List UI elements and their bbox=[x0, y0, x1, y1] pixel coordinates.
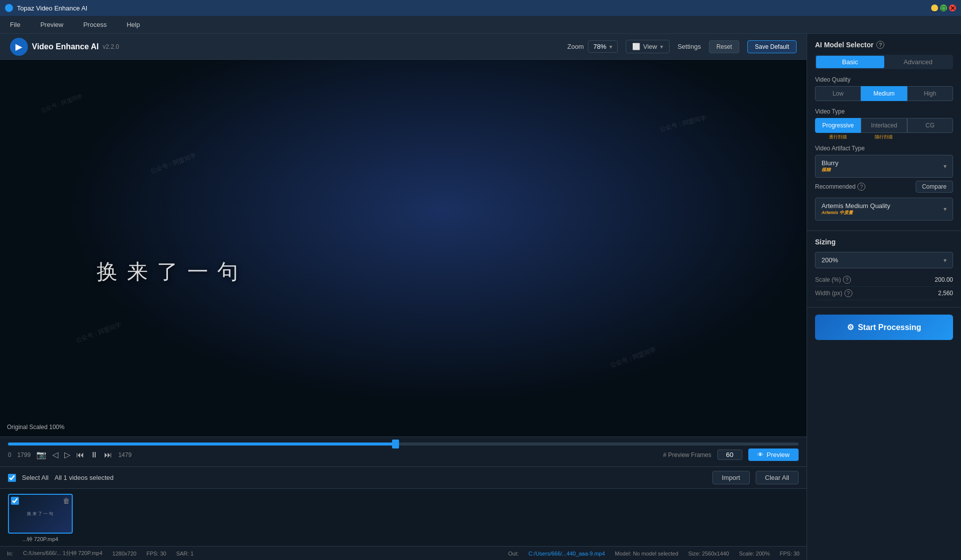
capture-frame-button[interactable]: 📷 bbox=[36, 451, 46, 459]
preview-label: Preview bbox=[767, 451, 790, 458]
reset-button[interactable]: Reset bbox=[709, 40, 739, 53]
current-frame: 1479 bbox=[118, 451, 132, 458]
preview-frames-label: # Preview Frames bbox=[663, 451, 711, 458]
status-out-scale: Scale: 200% bbox=[739, 551, 770, 557]
title-bar-text: Topaz Video Enhance AI bbox=[17, 4, 87, 12]
sizing-scale-row: Scale (%) ? 200.00 bbox=[815, 273, 953, 287]
timeline-track[interactable] bbox=[8, 443, 799, 446]
start-processing-button[interactable]: ⚙ Start Processing bbox=[815, 315, 953, 340]
save-default-button[interactable]: Save Default bbox=[747, 40, 797, 53]
set-in-point-button[interactable]: ◁ bbox=[52, 451, 58, 459]
timeline-progress bbox=[8, 443, 396, 446]
status-in-label: In: bbox=[7, 551, 13, 557]
app-icon bbox=[5, 4, 13, 12]
compare-button[interactable]: Compare bbox=[916, 181, 953, 193]
vt-cg[interactable]: CG bbox=[907, 118, 953, 133]
status-resolution: 1280x720 bbox=[113, 551, 137, 557]
recommended-selected-sub: Artemis 中质量 bbox=[822, 210, 890, 216]
video-type-label: Video Type bbox=[815, 108, 953, 115]
timeline-area: 0 1799 📷 ◁ ▷ ⏮ ⏸ ⏭ 1479 # Preview Frames… bbox=[0, 437, 807, 466]
maximize-button[interactable]: □ bbox=[940, 4, 947, 11]
step-forward-button[interactable]: ⏭ bbox=[104, 451, 112, 459]
vt-interlaced[interactable]: Interlaced 隔行扫描 bbox=[861, 118, 907, 133]
vt-progressive[interactable]: Progressive 逐行扫描 bbox=[815, 118, 861, 133]
vt-progressive-sub: 逐行扫描 bbox=[829, 134, 847, 140]
sizing-selected: 200% bbox=[822, 256, 838, 264]
close-button[interactable]: ✕ bbox=[949, 4, 956, 11]
scale-label: Scale (%) bbox=[815, 276, 841, 283]
sizing-section: Sizing 200% ▾ Scale (%) ? 200.00 Width (… bbox=[807, 231, 961, 308]
file-list-header: Select All All 1 videos selected Import … bbox=[0, 467, 807, 489]
menu-file[interactable]: File bbox=[5, 19, 25, 30]
top-toolbar: ▶ Video Enhance AI v2.2.0 Zoom 78% ▾ ⬜ V… bbox=[0, 34, 807, 60]
width-help-icon[interactable]: ? bbox=[844, 289, 852, 297]
clear-all-button[interactable]: Clear All bbox=[756, 471, 799, 484]
app-title: Video Enhance AI bbox=[32, 42, 99, 51]
file-checkbox[interactable] bbox=[11, 497, 19, 505]
video-artifact-label: Video Artifact Type bbox=[815, 145, 953, 152]
sizing-dropdown[interactable]: 200% ▾ bbox=[815, 252, 953, 268]
video-artifact-dropdown[interactable]: Blurry 模糊 ▾ bbox=[815, 155, 953, 178]
set-out-point-button[interactable]: ▷ bbox=[64, 451, 70, 459]
start-processing-label: Start Processing bbox=[858, 323, 921, 332]
video-type-buttons: Progressive 逐行扫描 Interlaced 隔行扫描 CG bbox=[815, 118, 953, 133]
view-label: View bbox=[643, 43, 657, 50]
video-background bbox=[0, 60, 807, 437]
tab-advanced[interactable]: Advanced bbox=[884, 56, 953, 68]
status-out-fps: FPS: 30 bbox=[780, 551, 800, 557]
menu-process[interactable]: Process bbox=[78, 19, 112, 30]
settings-label[interactable]: Settings bbox=[678, 43, 701, 50]
artifact-selected: Blurry bbox=[822, 159, 838, 167]
zoom-control: Zoom 78% ▾ bbox=[567, 40, 618, 53]
pause-button[interactable]: ⏸ bbox=[90, 451, 98, 459]
view-square-icon: ⬜ bbox=[632, 43, 640, 50]
vt-interlaced-sub: 隔行扫描 bbox=[875, 134, 893, 140]
status-out-resolution: Size: 2560x1440 bbox=[688, 551, 729, 557]
timeline-thumb[interactable] bbox=[392, 440, 399, 448]
timeline-controls: 0 1799 📷 ◁ ▷ ⏮ ⏸ ⏭ 1479 # Preview Frames… bbox=[0, 446, 807, 461]
view-button[interactable]: ⬜ View ▾ bbox=[626, 40, 670, 53]
recommended-row: Recommended ? Compare bbox=[815, 181, 953, 193]
file-delete-icon[interactable]: 🗑 bbox=[63, 497, 70, 505]
status-bar: In: C:/Users/666/... 1分钟 720P.mp4 1280x7… bbox=[0, 546, 807, 560]
quality-medium[interactable]: Medium bbox=[861, 86, 907, 101]
quality-high[interactable]: High bbox=[907, 86, 953, 101]
file-thumbnail: 换来了一句 🗑 bbox=[8, 494, 73, 534]
scale-value: 200.00 bbox=[935, 276, 953, 283]
select-all-checkbox[interactable] bbox=[8, 474, 16, 482]
left-panel: ▶ Video Enhance AI v2.2.0 Zoom 78% ▾ ⬜ V… bbox=[0, 34, 807, 560]
quality-low[interactable]: Low bbox=[815, 86, 861, 101]
tab-basic[interactable]: Basic bbox=[816, 56, 884, 68]
width-value: 2,560 bbox=[938, 290, 953, 297]
menu-bar: File Preview Process Help bbox=[0, 16, 961, 34]
recommended-chevron-icon: ▾ bbox=[944, 206, 947, 213]
select-all-label: Select All bbox=[22, 474, 48, 481]
status-sar: SAR: 1 bbox=[176, 551, 194, 557]
menu-preview[interactable]: Preview bbox=[35, 19, 68, 30]
step-back-button[interactable]: ⏮ bbox=[76, 451, 84, 459]
video-quality-buttons: Low Medium High bbox=[815, 86, 953, 101]
logo-icon: ▶ bbox=[10, 38, 28, 56]
scale-help-icon[interactable]: ? bbox=[843, 276, 851, 284]
zoom-select[interactable]: 78% ▾ bbox=[588, 40, 618, 53]
preview-icon: 👁 bbox=[757, 451, 764, 458]
import-button[interactable]: Import bbox=[712, 471, 750, 484]
list-item: 换来了一句 🗑 ...钟 720P.mp4 bbox=[8, 494, 73, 543]
minimize-button[interactable]: _ bbox=[931, 4, 938, 11]
preview-button[interactable]: 👁 Preview bbox=[748, 448, 799, 461]
recommended-help-icon[interactable]: ? bbox=[857, 183, 865, 191]
start-processing-icon: ⚙ bbox=[847, 323, 854, 332]
timeline-end-frame: 1799 bbox=[17, 451, 31, 458]
ai-model-help-icon[interactable]: ? bbox=[876, 41, 884, 49]
preview-frames-input[interactable] bbox=[717, 449, 742, 460]
artifact-selected-sub: 模糊 bbox=[822, 167, 838, 173]
status-out-path[interactable]: C:/Users/666/...440_aaa-9.mp4 bbox=[529, 551, 605, 557]
status-model: Model: No model selected bbox=[615, 551, 678, 557]
zoom-value: 78% bbox=[593, 43, 606, 50]
model-tabs: Basic Advanced bbox=[815, 55, 953, 69]
sizing-title: Sizing bbox=[815, 238, 953, 246]
status-in-path: C:/Users/666/... 1分钟 720P.mp4 bbox=[23, 550, 102, 557]
file-name: ...钟 720P.mp4 bbox=[8, 536, 73, 543]
recommended-dropdown[interactable]: Artemis Medium Quality Artemis 中质量 ▾ bbox=[815, 198, 953, 221]
menu-help[interactable]: Help bbox=[122, 19, 145, 30]
